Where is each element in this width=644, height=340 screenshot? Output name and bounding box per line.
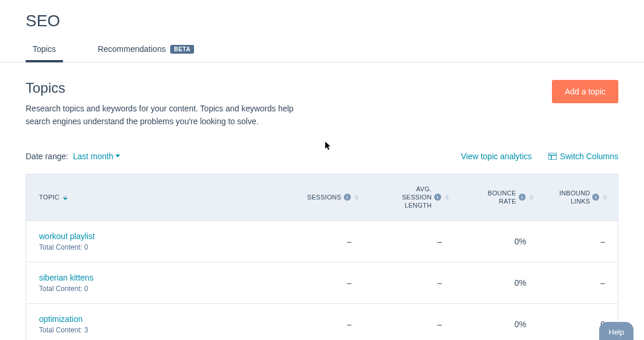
column-header-sessions[interactable]: SESSIONS i: [294, 174, 372, 220]
switch-columns-label: Switch Columns: [560, 152, 618, 161]
date-range-value: Last month: [73, 152, 113, 161]
date-range-selector[interactable]: Last month: [73, 152, 120, 161]
cell-inbound-links: –: [539, 268, 618, 298]
cell-avg-session: –: [364, 309, 455, 339]
date-range: Date range: Last month: [26, 152, 120, 161]
sort-icon: [63, 195, 68, 200]
info-icon: i: [344, 194, 351, 201]
view-analytics-link[interactable]: View topic analytics: [461, 152, 532, 161]
table-row: optimization Total Content: 3 – – 0% 0: [26, 304, 618, 340]
add-topic-button[interactable]: Add a topic: [552, 80, 618, 103]
column-header-bounce-rate[interactable]: BOUNCE RATE i: [462, 174, 547, 220]
topic-content-count: Total Content: 3: [39, 326, 281, 334]
tab-recommendations-label: Recommendations: [98, 44, 166, 54]
topic-link[interactable]: workout playlist: [39, 232, 281, 241]
cell-avg-session: –: [364, 268, 455, 298]
date-range-label: Date range:: [26, 152, 68, 161]
column-header-bounce-rate-label: BOUNCE RATE: [475, 189, 516, 206]
beta-badge: BETA: [170, 45, 193, 54]
info-icon: i: [592, 194, 599, 201]
cell-sessions: –: [294, 309, 364, 339]
tab-topics[interactable]: Topics: [26, 44, 63, 62]
table-row: siberian kittens Total Content: 0 – – 0%…: [26, 262, 618, 304]
tab-topics-label: Topics: [33, 44, 56, 54]
topic-content-count: Total Content: 0: [39, 243, 281, 251]
cell-avg-session: –: [364, 226, 455, 257]
section-description: Research topics and keywords for your co…: [26, 102, 305, 128]
cell-bounce-rate: 0%: [455, 309, 539, 339]
column-header-inbound-links[interactable]: INBOUND LINKS i: [547, 174, 621, 220]
sort-icon: [603, 195, 607, 200]
svg-rect-0: [548, 153, 557, 160]
table-header: TOPIC SESSIONS i AVG. SESSION LENGTH i: [26, 174, 618, 221]
sort-icon: [529, 195, 534, 200]
column-header-avg-session[interactable]: AVG. SESSION LENGTH i: [372, 174, 462, 220]
topic-link[interactable]: optimization: [39, 314, 281, 324]
info-icon: i: [519, 194, 526, 201]
caret-down-icon: [115, 155, 120, 157]
page-title: SEO: [26, 12, 618, 30]
sort-icon: [445, 195, 449, 200]
column-header-topic[interactable]: TOPIC: [26, 174, 294, 220]
section-title: Topics: [26, 80, 305, 96]
columns-icon: [548, 153, 557, 160]
tab-recommendations[interactable]: Recommendations BETA: [91, 44, 201, 62]
column-header-sessions-label: SESSIONS: [307, 193, 342, 201]
switch-columns-button[interactable]: Switch Columns: [548, 152, 618, 161]
column-header-topic-label: TOPIC: [39, 194, 59, 201]
topic-content-count: Total Content: 0: [39, 285, 281, 293]
table-row: workout playlist Total Content: 0 – – 0%…: [26, 221, 618, 262]
cell-bounce-rate: 0%: [455, 226, 539, 257]
cell-bounce-rate: 0%: [455, 268, 539, 298]
cell-sessions: –: [294, 268, 364, 298]
column-header-inbound-links-label: INBOUND LINKS: [559, 189, 590, 206]
cell-inbound-links: –: [539, 226, 618, 257]
tabs: Topics Recommendations BETA: [0, 44, 644, 62]
topics-table: TOPIC SESSIONS i AVG. SESSION LENGTH i: [26, 174, 618, 340]
column-header-avg-session-label: AVG. SESSION LENGTH: [385, 185, 432, 210]
help-button[interactable]: Help: [599, 322, 634, 340]
cell-sessions: –: [294, 226, 364, 257]
sort-icon: [354, 195, 359, 200]
topic-link[interactable]: siberian kittens: [39, 273, 281, 282]
info-icon: i: [434, 194, 441, 201]
